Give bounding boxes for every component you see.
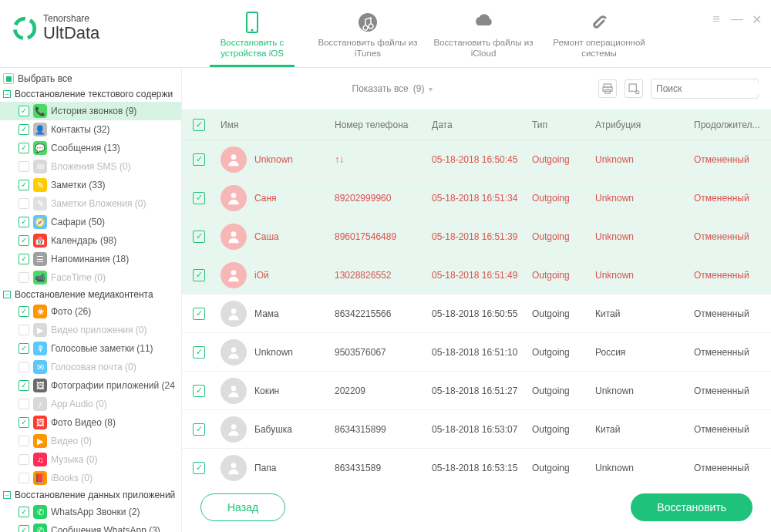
sidebar-section[interactable]: − Восстановление медиаконтента: [0, 287, 181, 302]
minimize-icon[interactable]: —: [731, 12, 742, 27]
sidebar-item[interactable]: ✉ Вложения SMS (0): [0, 157, 181, 176]
sidebar-item[interactable]: ▶ Видео приложения (0): [0, 321, 181, 339]
checkbox[interactable]: [19, 325, 29, 335]
checkbox[interactable]: [3, 73, 14, 84]
collapse-icon[interactable]: −: [3, 291, 11, 298]
sidebar-item[interactable]: ♪ App Audio (0): [0, 395, 181, 413]
category-icon: ❀: [33, 305, 47, 318]
col-date[interactable]: Дата: [432, 120, 532, 130]
sidebar-item[interactable]: ✉ Голосовая почта (0): [0, 358, 181, 376]
row-checkbox[interactable]: [193, 192, 205, 204]
select-all-row[interactable]: Выбрать все: [0, 71, 181, 86]
checkbox[interactable]: [19, 380, 29, 391]
checkbox[interactable]: [19, 473, 29, 483]
sidebar-item[interactable]: 🖼 Фото Видео (8): [0, 413, 181, 432]
checkbox[interactable]: [19, 306, 29, 317]
checkbox[interactable]: [19, 343, 29, 354]
recover-button[interactable]: Восстановить: [631, 493, 752, 521]
sidebar-item-label: Календарь (98): [51, 235, 177, 246]
table-row[interactable]: iOй 13028826552 05-18-2018 16:51:49 Outg…: [182, 256, 771, 295]
table-row[interactable]: Саня 89202999960 05-18-2018 16:51:34 Out…: [182, 179, 771, 217]
table-row[interactable]: Unknown 9503576067 05-18-2018 16:51:10 O…: [182, 333, 771, 372]
sidebar-section[interactable]: − Восстановление данных приложений: [0, 487, 181, 503]
col-phone[interactable]: Номер телефона: [335, 120, 432, 130]
sidebar-item[interactable]: 🧭 Сафари (50): [0, 213, 181, 231]
category-icon: ✆: [33, 524, 47, 532]
cell-attr: Китай: [595, 424, 694, 435]
sidebar-item[interactable]: ☰ Напоминания (18): [0, 250, 181, 268]
search-box[interactable]: [651, 79, 759, 99]
checkbox[interactable]: [19, 161, 29, 172]
main-tab[interactable]: Ремонт операционной системы: [541, 6, 657, 67]
row-checkbox[interactable]: [193, 346, 205, 359]
checkbox[interactable]: [19, 106, 29, 116]
sidebar-item[interactable]: 📕 iBooks (0): [0, 469, 181, 487]
checkbox[interactable]: [19, 454, 29, 465]
checkbox[interactable]: [19, 525, 29, 532]
checkbox[interactable]: [19, 198, 29, 209]
menu-icon[interactable]: ≡: [711, 12, 722, 27]
sidebar-item[interactable]: ❀ Фото (26): [0, 302, 181, 321]
cell-phone: 202209: [335, 386, 432, 396]
checkbox[interactable]: [19, 143, 29, 153]
col-name[interactable]: Имя: [221, 120, 335, 130]
table-row[interactable]: Бабушка 8634315899 05-18-2018 16:53:07 O…: [182, 410, 771, 449]
row-checkbox[interactable]: [193, 462, 205, 474]
checkbox[interactable]: [19, 254, 29, 264]
checkbox[interactable]: [19, 436, 29, 446]
row-checkbox[interactable]: [193, 385, 205, 397]
checkbox[interactable]: [19, 362, 29, 372]
sidebar-item[interactable]: 📹 FaceTime (0): [0, 268, 181, 287]
close-icon[interactable]: ✕: [751, 12, 762, 27]
main-tab[interactable]: Восстановить файлы из iCloud: [426, 6, 541, 67]
checkbox[interactable]: [19, 417, 29, 428]
select-all-checkbox[interactable]: [193, 119, 205, 131]
sidebar-item[interactable]: ✎ Заметки Вложения (0): [0, 194, 181, 213]
collapse-icon[interactable]: −: [3, 491, 11, 499]
checkbox[interactable]: [19, 180, 29, 190]
print-button[interactable]: [598, 79, 617, 98]
checkbox[interactable]: [19, 217, 29, 227]
sidebar-item[interactable]: 🖼 Фотографии приложений (24: [0, 376, 181, 395]
sidebar-item[interactable]: 💬 Сообщения (13): [0, 139, 181, 157]
sidebar-item[interactable]: ✎ Заметки (33): [0, 176, 181, 194]
search-input[interactable]: [656, 83, 771, 94]
category-icon: ♫: [33, 453, 47, 466]
main-tab[interactable]: Восстановить с устройства iOS: [194, 6, 310, 67]
table-row[interactable]: Кокин 202209 05-18-2018 16:51:27 Outgoin…: [182, 372, 771, 410]
sidebar-item[interactable]: 📞 История звонков (9): [0, 102, 181, 120]
row-checkbox[interactable]: [193, 423, 205, 436]
sidebar-item[interactable]: ✆ Сообщения WhatsApp (3): [0, 521, 181, 532]
sidebar[interactable]: Выбрать все − Восстановление текстового …: [0, 68, 182, 532]
row-checkbox[interactable]: [193, 269, 205, 281]
checkbox[interactable]: [19, 272, 29, 283]
checkbox[interactable]: [19, 235, 29, 246]
table-row[interactable]: Саша 896017546489 05-18-2018 16:51:39 Ou…: [182, 217, 771, 256]
checkbox[interactable]: [19, 399, 29, 409]
checkbox[interactable]: [19, 124, 29, 135]
collapse-icon[interactable]: −: [3, 90, 11, 98]
col-dur[interactable]: Продолжител...: [694, 120, 760, 130]
sidebar-item[interactable]: 🎙 Голосовые заметки (11): [0, 339, 181, 358]
row-checkbox[interactable]: [193, 308, 205, 320]
checkbox[interactable]: [19, 507, 29, 517]
sidebar-item[interactable]: ▶ Видео (0): [0, 432, 181, 450]
table-row[interactable]: Unknown ↑↓ 05-18-2018 16:50:45 Outgoing …: [182, 140, 771, 179]
settings-button[interactable]: [625, 79, 643, 98]
table-row[interactable]: Мама 86342215566 05-18-2018 16:50:55 Out…: [182, 295, 771, 333]
sidebar-section[interactable]: − Восстановление текстового содержи: [0, 86, 181, 102]
sidebar-item[interactable]: ♫ Музыка (0): [0, 450, 181, 469]
sidebar-item[interactable]: 👤 Контакты (32): [0, 120, 181, 139]
cell-name: iOй: [254, 270, 269, 281]
col-type[interactable]: Тип: [532, 120, 595, 130]
sidebar-item[interactable]: 📅 Календарь (98): [0, 231, 181, 250]
back-button[interactable]: Назад: [200, 493, 285, 521]
filter-dropdown[interactable]: Показать все (9) ▾: [194, 83, 591, 94]
col-attr[interactable]: Атрибуция: [595, 120, 694, 130]
toolbar: Показать все (9) ▾: [182, 68, 771, 109]
table-row[interactable]: Папа 863431589 05-18-2018 16:53:15 Outgo…: [182, 449, 771, 483]
row-checkbox[interactable]: [193, 153, 205, 166]
row-checkbox[interactable]: [193, 231, 205, 243]
main-tab[interactable]: Восстановить файлы из iTunes: [310, 6, 426, 67]
sidebar-item[interactable]: ✆ WhatsApp Звонки (2): [0, 503, 181, 521]
